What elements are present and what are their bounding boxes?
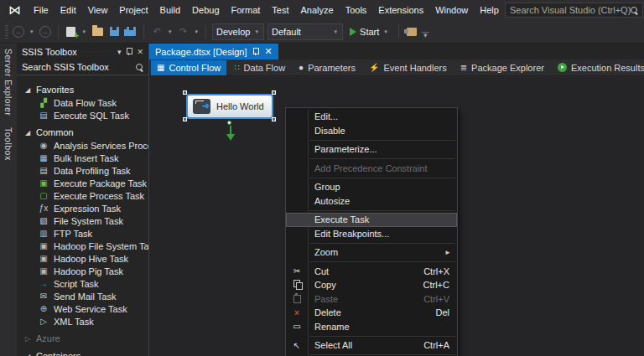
- menu-item-autosize[interactable]: Autosize: [286, 194, 457, 209]
- menu-item-format[interactable]: Format: [226, 0, 267, 20]
- save-all-button[interactable]: [124, 23, 138, 40]
- undo-button[interactable]: ↶: [150, 23, 164, 40]
- menu-separator: [309, 178, 455, 178]
- toolbox-item-script-task[interactable]: →Script Task: [17, 277, 148, 290]
- toolbox-item-hadoop-hive-task[interactable]: ▣Hadoop Hive Task: [17, 252, 148, 265]
- redo-button[interactable]: ↷: [177, 23, 190, 40]
- menu-item-file[interactable]: File: [28, 0, 55, 20]
- menu-item-rename[interactable]: ▭Rename: [286, 320, 457, 334]
- new-project-dropdown-icon[interactable]: ▾: [81, 28, 88, 35]
- toolbox-item-ftp-task[interactable]: ▥FTP Task: [17, 227, 148, 240]
- tab-data-flow[interactable]: ∷Data Flow: [228, 60, 291, 75]
- attach-to-process-icon[interactable]: [405, 23, 418, 40]
- toolbox-item-analysis-services-processin-[interactable]: ◉Analysis Services Processin...: [17, 139, 148, 152]
- toolbox-item-execute-sql-task[interactable]: ▤Execute SQL Task: [17, 109, 148, 121]
- toolbar-grip[interactable]: [5, 25, 8, 39]
- navigate-back-button[interactable]: ←: [12, 23, 25, 40]
- menu-item-debug[interactable]: Debug: [186, 0, 225, 20]
- menu-item-analyze[interactable]: Analyze: [295, 0, 340, 20]
- navigate-forward-button[interactable]: →: [39, 23, 52, 40]
- toolbox-item-execute-package-task[interactable]: ▣Execute Package Task: [17, 177, 148, 189]
- toolbox-item-expression-task[interactable]: ƒxExpression Task: [17, 202, 148, 214]
- menu-item-view[interactable]: View: [82, 0, 114, 20]
- toolbox-item-bulk-insert-task[interactable]: ▦Bulk Insert Task: [17, 152, 148, 164]
- menu-item-disable[interactable]: Disable: [286, 124, 457, 138]
- hadoop-pig-task-icon: ▣: [39, 266, 49, 276]
- tab-package-explorer[interactable]: ≣Package Explorer: [454, 60, 550, 75]
- toolbox-section-containers[interactable]: ◢Containers: [17, 349, 148, 356]
- menu-item-zoom[interactable]: Zoom►: [286, 245, 457, 260]
- toolbox-item-web-service-task[interactable]: ⊕Web Service Task: [17, 302, 148, 315]
- toolbar-overflow-button[interactable]: —▾: [422, 27, 429, 37]
- data-profiling-task-icon: ▤: [39, 166, 49, 175]
- control-flow-design-surface[interactable]: Hello World Edit...DisableParameterize..…: [149, 76, 644, 356]
- precedence-constraint-arrowhead[interactable]: [226, 134, 235, 141]
- close-icon[interactable]: ✕: [264, 46, 272, 57]
- toolbox-item-data-flow-task[interactable]: ▞Data Flow Task: [17, 96, 148, 109]
- tab-control-flow[interactable]: ▦Control Flow: [151, 60, 226, 75]
- tab-parameters[interactable]: ●Parameters: [293, 60, 361, 75]
- redo-dropdown-icon[interactable]: ▾: [194, 28, 200, 35]
- tab-event-handlers[interactable]: ⚡Event Handlers: [363, 60, 453, 75]
- open-file-button[interactable]: [91, 23, 104, 40]
- document-tab-package-dtsx[interactable]: Package.dtsx [Design] ✕: [149, 44, 278, 59]
- selection-handle[interactable]: [272, 117, 276, 121]
- selection-handle[interactable]: [183, 117, 187, 121]
- menu-item-test[interactable]: Test: [266, 0, 294, 20]
- menu-item-extensions[interactable]: Extensions: [372, 0, 429, 20]
- menu-item-execute-task[interactable]: Execute Task: [286, 213, 457, 227]
- toolbox-section-azure[interactable]: ▷Azure: [17, 332, 148, 345]
- panel-drag-grip[interactable]: ··········: [81, 48, 112, 55]
- new-project-button[interactable]: [65, 23, 78, 40]
- undo-dropdown-icon[interactable]: ▾: [167, 28, 174, 35]
- menu-item-copy[interactable]: CopyCtrl+C: [286, 278, 457, 292]
- window-position-dropdown-icon[interactable]: ▾: [116, 48, 123, 56]
- ssis-toolbox-search-input[interactable]: Search SSIS Toolbox: [17, 59, 148, 75]
- menu-item-parameterize[interactable]: Parameterize...: [286, 142, 457, 157]
- menu-item-build[interactable]: Build: [154, 0, 186, 20]
- menu-item-edit[interactable]: Edit: [55, 0, 82, 20]
- toolbox-item-file-system-task[interactable]: ▧File System Task: [17, 214, 148, 227]
- toolbox-item-xml-task[interactable]: ▷XML Task: [17, 315, 148, 328]
- close-icon[interactable]: ✕: [135, 48, 145, 56]
- toolbox-section-favorites[interactable]: ◢Favorites: [17, 83, 148, 96]
- pin-icon[interactable]: [252, 48, 259, 55]
- tab-label: Package Explorer: [471, 63, 544, 73]
- play-icon: [350, 28, 356, 36]
- menu-item-edit-breakpoints[interactable]: Edit Breakpoints...: [286, 227, 457, 241]
- selection-handle[interactable]: [183, 90, 187, 95]
- menu-item-cut[interactable]: ✂CutCtrl+X: [286, 265, 457, 279]
- menu-item-window[interactable]: Window: [429, 0, 474, 20]
- toolbox-item-send-mail-task[interactable]: ✉Send Mail Task: [17, 290, 148, 302]
- menu-item-help[interactable]: Help: [474, 0, 505, 20]
- toolbox-item-label: XML Task: [54, 317, 94, 327]
- selection-handle[interactable]: [272, 90, 276, 95]
- menu-item-group[interactable]: Group: [286, 180, 457, 194]
- start-debugging-button[interactable]: Start ▾: [346, 23, 392, 40]
- menu-item-project[interactable]: Project: [113, 0, 153, 20]
- precedence-constraint-origin[interactable]: [227, 121, 231, 125]
- menu-item-edit[interactable]: Edit...: [286, 110, 457, 124]
- side-tab-server-explorer[interactable]: Server Explorer: [3, 49, 13, 116]
- task-hello-world[interactable]: Hello World: [186, 94, 273, 119]
- side-tab-toolbox[interactable]: Toolbox: [3, 127, 13, 161]
- ssis-toolbox-header[interactable]: SSIS Toolbox ·········· ▾ ✕: [17, 44, 148, 59]
- toolbox-item-label: Send Mail Task: [54, 292, 116, 302]
- menu-item-select-all[interactable]: ↖Select AllCtrl+A: [286, 338, 457, 353]
- menu-item-delete[interactable]: ×DeleteDel: [286, 306, 457, 320]
- toolbox-item-hadoop-file-system-task[interactable]: ▣Hadoop File System Task: [17, 240, 148, 252]
- navigate-back-dropdown-icon[interactable]: ▾: [29, 28, 35, 35]
- solution-configuration-dropdown[interactable]: Development ▾: [212, 23, 264, 40]
- toolbox-section-common[interactable]: ◢Common: [17, 126, 148, 139]
- toolbox-item-hadoop-pig-task[interactable]: ▣Hadoop Pig Task: [17, 265, 148, 277]
- toolbox-item-execute-process-task[interactable]: ▢Execute Process Task: [17, 189, 148, 202]
- save-button[interactable]: [107, 23, 121, 40]
- solution-platform-dropdown[interactable]: Default ▾: [267, 23, 343, 40]
- toolbox-item-data-profiling-task[interactable]: ▤Data Profiling Task: [17, 164, 148, 177]
- select-all-icon: ↖: [286, 341, 308, 350]
- tab-execution-results[interactable]: Execution Results: [552, 60, 644, 75]
- precedence-constraint-arrow[interactable]: [230, 126, 231, 134]
- search-input[interactable]: Search Visual Studio (Ctrl+Q): [505, 3, 643, 18]
- pin-icon[interactable]: [125, 48, 132, 55]
- menu-item-tools[interactable]: Tools: [340, 0, 373, 20]
